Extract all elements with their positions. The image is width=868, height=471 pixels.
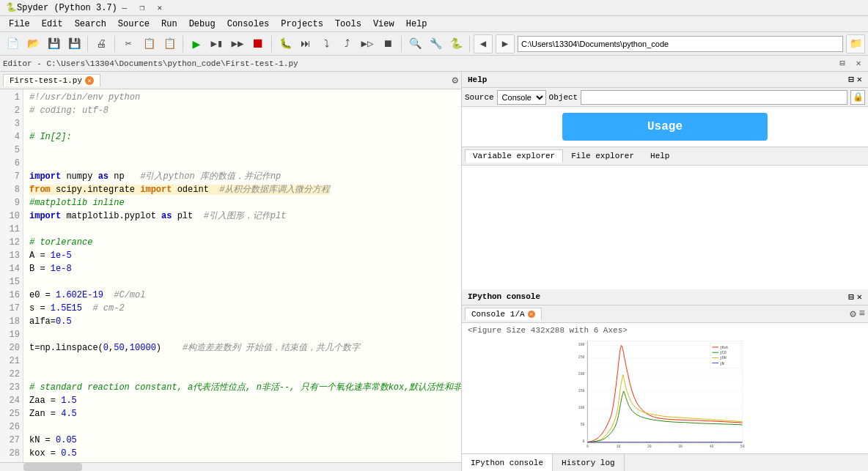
ipython-console-tab-label: IPython console (471, 459, 543, 467)
menu-item-edit[interactable]: Edit (36, 18, 69, 31)
menu-item-view[interactable]: View (367, 18, 400, 31)
close-button[interactable]: ✕ (152, 1, 167, 15)
menu-item-search[interactable]: Search (69, 18, 112, 31)
python-path-button[interactable]: 🐍 (446, 34, 466, 53)
svg-text:200: 200 (578, 371, 585, 375)
debug-button[interactable]: 🐛 (276, 34, 295, 53)
toolbar: 📄 📂 💾 💾 🖨 ✂ 📋 📋 ▶ ▶▮ ▶▶ ⏹ 🐛 ⏭ ⤵ ⤴ ▶▷ ⏹ 🔍… (0, 32, 868, 56)
menu-item-tools[interactable]: Tools (329, 18, 367, 31)
copy-button[interactable]: 📋 (139, 34, 158, 53)
svg-text:jKot: jKot (720, 345, 729, 349)
editor-panel: First-test-1.py ✕ ⚙ 12345 678910 1112131… (0, 72, 462, 471)
editor-tabs: First-test-1.py ✕ ⚙ (0, 72, 461, 89)
editor-path-label: Editor - C:\Users\13304\Documents\python… (3, 59, 298, 68)
help-undock-button[interactable]: ⊟ (849, 74, 854, 85)
menu-item-help[interactable]: Help (400, 18, 433, 31)
editor-tab[interactable]: First-test-1.py ✕ (3, 74, 100, 86)
help-title: Help (468, 75, 487, 84)
app-icon: 🐍 (6, 2, 17, 13)
editor-gear-icon[interactable]: ⚙ (452, 74, 458, 86)
svg-text:50: 50 (581, 423, 585, 426)
ipython-maximize-button[interactable]: ✕ (857, 292, 862, 303)
path-bar: ◀ ▶ 📁 (474, 34, 865, 53)
menu-item-projects[interactable]: Projects (275, 18, 329, 31)
paste-button[interactable]: 📋 (160, 34, 179, 53)
print-button[interactable]: 🖨 (92, 34, 111, 53)
toolbar-sep-2 (114, 36, 115, 52)
source-select[interactable]: Console Editor (497, 90, 546, 105)
browse-folder-button[interactable]: 📁 (846, 34, 865, 53)
menu-item-consoles[interactable]: Consoles (221, 18, 276, 31)
tab-help[interactable]: Help (642, 149, 677, 163)
svg-text:150: 150 (578, 388, 585, 392)
help-close-button[interactable]: ✕ (857, 74, 862, 85)
menu-item-file[interactable]: File (3, 18, 36, 31)
minimize-button[interactable]: — (117, 1, 132, 15)
tab-file-explorer[interactable]: File explorer (563, 149, 642, 163)
lock-button[interactable]: 🔒 (850, 90, 865, 105)
cut-button[interactable]: ✂ (119, 34, 138, 53)
editor-close-button[interactable]: ✕ (852, 57, 865, 70)
step-out-button[interactable]: ⤴ (337, 34, 356, 53)
console-tab-1[interactable]: Console 1/A ✕ (465, 308, 542, 320)
settings-button[interactable]: 🔧 (426, 34, 445, 53)
menu-item-debug[interactable]: Debug (183, 18, 221, 31)
console-settings-icon[interactable]: ≡ (859, 308, 865, 320)
console-gear-icon[interactable]: ⚙ (850, 308, 856, 320)
help-tab-label: Help (650, 152, 669, 160)
save-button[interactable]: 💾 (44, 34, 63, 53)
svg-text:30: 30 (678, 444, 683, 448)
tab-close-button[interactable]: ✕ (85, 76, 94, 85)
ipython-console-tab[interactable]: IPython console (462, 454, 553, 471)
run-cell-button[interactable]: ▶▮ (207, 34, 227, 53)
tab-variable-explorer[interactable]: Variable explorer (465, 149, 563, 163)
svg-text:300: 300 (578, 342, 585, 346)
stop-button[interactable]: ⏹ (249, 34, 268, 53)
help-toolbar: Source Console Editor Object 🔒 (462, 88, 868, 107)
run-cell-advance-button[interactable]: ▶▶ (228, 34, 247, 53)
find-button[interactable]: 🔍 (405, 34, 424, 53)
editor-header: Editor - C:\Users\13304\Documents\python… (0, 56, 868, 72)
step-into-button[interactable]: ⤵ (317, 34, 336, 53)
toolbar-sep-6 (469, 36, 470, 52)
path-input[interactable] (518, 36, 843, 52)
svg-text:jN: jN (720, 361, 724, 365)
svg-text:jOH: jOH (720, 356, 727, 360)
open-file-button[interactable]: 📂 (23, 34, 43, 53)
ipython-undock-button[interactable]: ⊟ (849, 292, 854, 303)
continue-button[interactable]: ▶▷ (358, 34, 377, 53)
menu-item-run[interactable]: Run (155, 18, 183, 31)
main-area: First-test-1.py ✕ ⚙ 12345 678910 1112131… (0, 72, 868, 471)
run-button[interactable]: ▶ (187, 34, 206, 53)
ipython-title: IPython console (468, 292, 540, 301)
console-tab-label: Console 1/A (471, 310, 525, 319)
stop-debug-button[interactable]: ⏹ (378, 34, 397, 53)
restore-button[interactable]: ❐ (135, 1, 150, 15)
help-content: Usage Variable explorer File explorer He… (462, 107, 868, 289)
console-options: ⚙ ≡ (850, 308, 865, 320)
ipython-header: IPython console ⊟ ✕ (462, 289, 868, 305)
code-content[interactable]: #!/usr/bin/env python # coding: utf-8 # … (23, 89, 461, 462)
svg-text:50: 50 (740, 444, 745, 448)
new-file-button[interactable]: 📄 (3, 34, 22, 53)
console-tabs: Console 1/A ✕ ⚙ ≡ (462, 305, 868, 323)
history-log-tab[interactable]: History log (553, 454, 625, 471)
code-horizontal-scrollbar[interactable] (0, 462, 461, 471)
forward-button[interactable]: ▶ (496, 34, 515, 53)
svg-text:10: 10 (617, 444, 621, 448)
editor-undock-button[interactable]: ⊟ (836, 57, 849, 70)
toolbar-sep-4 (271, 36, 272, 52)
console-tab-close[interactable]: ✕ (528, 311, 535, 318)
editor-options: ⚙ (452, 74, 458, 86)
menu-item-source[interactable]: Source (112, 18, 155, 31)
save-all-button[interactable]: 💾 (65, 34, 84, 53)
svg-text:250: 250 (578, 355, 585, 358)
back-button[interactable]: ◀ (474, 34, 493, 53)
menubar: FileEditSearchSourceRunDebugConsolesProj… (0, 16, 868, 32)
titlebar-title: Spyder (Python 3.7) (17, 3, 117, 13)
code-area[interactable]: 12345 678910 1112131415 1617181920 21222… (0, 89, 461, 462)
object-input[interactable] (581, 90, 847, 105)
step-button[interactable]: ⏭ (296, 34, 315, 53)
help-bottom-tabs: Variable explorer File explorer Help (462, 147, 868, 166)
object-label: Object (549, 93, 578, 102)
